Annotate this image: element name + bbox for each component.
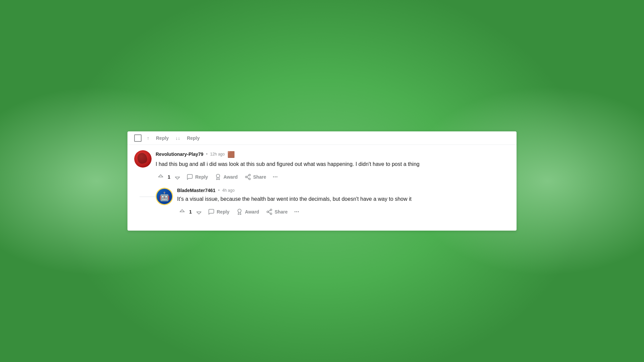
- avatar-blademaster: [156, 188, 173, 205]
- downvote-2[interactable]: [194, 207, 204, 217]
- avatar-revolutionary: [134, 150, 152, 168]
- comment-1-username[interactable]: Revolutionary-Play79: [156, 152, 203, 157]
- comment-1-text: I had this bug and all i did was look at…: [156, 160, 510, 168]
- award-button-2[interactable]: Award: [233, 206, 262, 217]
- share-icon-1: [245, 174, 251, 180]
- comment-2-actions: 1 Reply: [177, 206, 510, 217]
- svg-line-4: [247, 177, 249, 178]
- svg-point-0: [216, 174, 220, 178]
- top-bar-actions: ↑ Reply ↓↓ Reply: [147, 135, 200, 141]
- share-button-2[interactable]: Share: [263, 206, 290, 217]
- svg-line-11: [268, 210, 270, 211]
- comment-2-text: It's a visual issue, because the health …: [177, 195, 510, 203]
- svg-point-6: [238, 209, 241, 213]
- comment-2: BladeMaster7461 • 4h ago It's a visual i…: [156, 188, 510, 217]
- upvote-top: ↑: [147, 135, 149, 141]
- comment-2-username[interactable]: BladeMaster7461: [177, 188, 215, 193]
- comment-1: Revolutionary-Play79 • 12h ago 🟫 I had t…: [134, 150, 510, 182]
- connector-line: [140, 196, 155, 197]
- reply-button-2[interactable]: Reply: [205, 206, 232, 217]
- more-options-2[interactable]: ···: [292, 207, 302, 217]
- more-options-1[interactable]: ···: [270, 172, 280, 182]
- comment-1-actions: 1 Reply: [156, 172, 510, 182]
- downvote-icon-1: [174, 174, 181, 180]
- checkbox-icon: [134, 134, 142, 142]
- comment-2-body: BladeMaster7461 • 4h ago It's a visual i…: [177, 188, 510, 217]
- share-button-1[interactable]: Share: [242, 172, 269, 182]
- downvote-top: ↓↓: [175, 135, 180, 141]
- vote-group-2: 1: [177, 207, 204, 217]
- top-bar: ↑ Reply ↓↓ Reply: [127, 131, 517, 145]
- comment-1-body: Revolutionary-Play79 • 12h ago 🟫 I had t…: [156, 150, 510, 182]
- comment-2-header: BladeMaster7461 • 4h ago: [177, 188, 510, 193]
- reply-top: Reply: [156, 135, 169, 141]
- svg-line-10: [268, 212, 270, 213]
- upvote-icon-1: [157, 174, 164, 180]
- vote-count-1: 1: [166, 174, 172, 180]
- award-icon-1: [215, 174, 221, 180]
- upvote-1[interactable]: [156, 172, 166, 182]
- award-icon-2: [236, 208, 243, 215]
- award-button-1[interactable]: Award: [212, 172, 240, 182]
- reply-icon-1: [186, 174, 193, 180]
- comment-2-time: 4h ago: [222, 188, 235, 193]
- reply-top-2: Reply: [187, 135, 200, 141]
- comment-1-header: Revolutionary-Play79 • 12h ago 🟫: [156, 150, 510, 158]
- share-icon-2: [266, 208, 273, 215]
- downvote-icon-2: [196, 208, 202, 215]
- comments-container: Revolutionary-Play79 • 12h ago 🟫 I had t…: [127, 145, 517, 231]
- svg-line-5: [247, 175, 249, 176]
- comment-1-time: 12h ago: [210, 152, 225, 157]
- vote-count-2: 1: [188, 209, 193, 215]
- vote-group-1: 1: [156, 172, 182, 182]
- reply-icon-2: [208, 208, 215, 215]
- reply-button-1[interactable]: Reply: [184, 172, 211, 182]
- upvote-2[interactable]: [177, 207, 187, 217]
- downvote-1[interactable]: [172, 172, 182, 182]
- comment-card: ↑ Reply ↓↓ Reply Revolutionary-Play79 • …: [127, 131, 517, 231]
- comment-1-flair: 🟫: [227, 150, 235, 158]
- upvote-icon-2: [179, 208, 185, 215]
